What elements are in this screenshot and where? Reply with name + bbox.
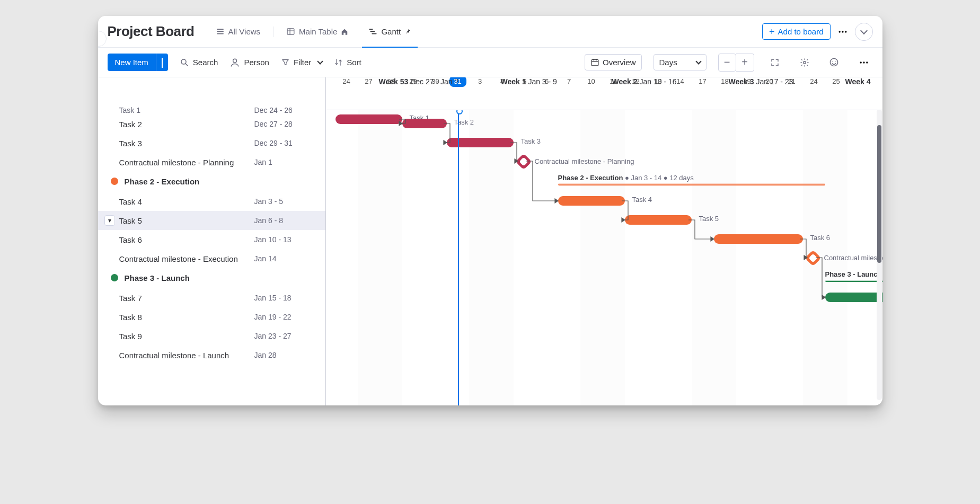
day-cell[interactable]: 6 [536, 77, 558, 85]
task-row[interactable]: Task 8Jan 19 - 22 [98, 307, 325, 326]
search-label: Search [193, 58, 218, 67]
phase-header-bar[interactable]: Phase 2 - Execution ● Jan 3 - 14 ● 12 da… [558, 183, 825, 185]
group-color-bullet [111, 178, 118, 185]
dots-icon [859, 57, 869, 68]
bar-label: Task 5 [699, 215, 719, 223]
row-date: Jan 3 - 5 [254, 197, 318, 206]
search-button[interactable]: Search [180, 58, 218, 67]
day-cell[interactable]: 18 [714, 77, 736, 85]
task-bar[interactable]: Task 4 [558, 196, 625, 206]
scroll-thumb[interactable] [877, 125, 881, 263]
settings-button[interactable] [796, 54, 814, 72]
day-cell[interactable]: 27 [358, 77, 380, 85]
day-cell[interactable]: 13 [647, 77, 669, 85]
task-row[interactable]: Task 7Jan 15 - 18 [98, 288, 325, 307]
more-options-button[interactable] [855, 54, 873, 72]
person-label: Person [244, 58, 269, 67]
day-cell[interactable]: 17 [692, 77, 714, 85]
day-cell[interactable]: 4 [491, 77, 514, 85]
group-row[interactable]: Phase 3 - Launch [98, 268, 325, 287]
task-row[interactable]: Contractual milestone - LaunchJan 28 [98, 346, 325, 365]
row-name: Phase 3 - Launch [125, 273, 318, 282]
day-cell[interactable]: 14 [669, 77, 692, 85]
day-cell[interactable]: 29 [402, 77, 425, 85]
row-name: Contractual milestone - Planning [119, 158, 254, 167]
row-date: Dec 24 - 26 [254, 106, 318, 114]
timescale-select[interactable]: Days [654, 54, 707, 70]
all-views-tab[interactable]: All Views [207, 16, 269, 47]
day-cell[interactable]: 24 [336, 77, 358, 85]
main-table-label: Main Table [299, 27, 337, 36]
milestone[interactable] [805, 250, 821, 266]
task-bar[interactable]: Task 3 [447, 138, 514, 147]
day-cell[interactable]: 25 [825, 77, 847, 85]
day-cell[interactable]: 3 [469, 77, 491, 85]
day-cell[interactable]: 7 [558, 77, 580, 85]
today-marker [458, 93, 459, 405]
day-cell[interactable]: 10 [580, 77, 603, 85]
overview-select[interactable]: Overview [585, 54, 642, 70]
new-item-button[interactable]: New Item [108, 54, 168, 71]
task-row[interactable]: Contractual milestone - ExecutionJan 14 [98, 249, 325, 268]
gantt-icon [368, 27, 377, 36]
task-bar[interactable]: Task 5 [625, 215, 692, 225]
bar-label: Task 6 [810, 234, 831, 242]
board-toolbar: New Item Search Person Filter Sort Overv… [98, 48, 882, 77]
group-color-bullet [111, 274, 118, 281]
task-bar[interactable]: Task 7 [825, 293, 882, 302]
day-cell[interactable]: 24 [803, 77, 825, 85]
gantt-area: Task 1Dec 24 - 26Task 2Dec 27 - 28Task 3… [98, 77, 882, 405]
task-row[interactable]: Contractual milestone - PlanningJan 1 [98, 153, 325, 172]
collapse-header-button[interactable] [855, 23, 873, 41]
gantt-chart[interactable]: ec 26Week 53 Dec 27 - Jan 2Week 1 Jan 3 … [326, 77, 882, 405]
task-row[interactable]: Task 6Jan 10 - 13 [98, 230, 325, 249]
vertical-scrollbar[interactable] [877, 109, 882, 400]
phase-header-bar[interactable]: Phase 3 - Launch ● Jan 15 - 28 ● 14 days [825, 280, 882, 282]
task-row[interactable]: Task 9Jan 23 - 27 [98, 326, 325, 346]
day-cell[interactable]: 12 [625, 77, 647, 85]
row-date: Jan 14 [254, 254, 318, 263]
zoom-out-button[interactable]: − [718, 54, 736, 72]
new-item-split[interactable] [156, 54, 168, 71]
day-cell[interactable]: 11 [603, 77, 625, 85]
day-cell[interactable]: 5 [514, 77, 536, 85]
bar-label: Task 3 [521, 137, 541, 145]
filter-button[interactable]: Filter [281, 58, 322, 67]
task-row[interactable]: Task 1Dec 24 - 26 [98, 105, 325, 114]
sort-button[interactable]: Sort [334, 58, 361, 67]
task-row[interactable]: Task 3Dec 29 - 31 [98, 134, 325, 153]
bar-label: Task 4 [632, 196, 652, 204]
task-row[interactable]: Task 2Dec 27 - 28 [98, 114, 325, 134]
day-cell[interactable]: 31 [447, 77, 469, 85]
fullscreen-button[interactable] [766, 54, 784, 72]
board-title[interactable]: Project Board [108, 23, 195, 40]
svg-point-9 [832, 61, 833, 62]
day-cell[interactable]: 3 [326, 77, 336, 85]
zoom-in-button[interactable]: + [736, 54, 754, 72]
bar-label: Phase 3 - Launch ● Jan 15 - 28 ● 14 days [825, 270, 882, 278]
day-cell[interactable]: 30 [425, 77, 447, 85]
day-cell[interactable]: 28 [380, 77, 402, 85]
person-filter-button[interactable]: Person [229, 57, 269, 68]
feedback-button[interactable] [825, 54, 843, 72]
day-cell[interactable]: 19 [736, 77, 758, 85]
task-row[interactable]: Task 5Jan 6 - 8 [98, 211, 325, 230]
timescale-label: Days [659, 58, 677, 67]
task-bar[interactable]: Task 6 [714, 234, 803, 244]
group-row[interactable]: Phase 2 - Execution [98, 172, 325, 191]
main-table-tab[interactable]: Main Table [278, 16, 357, 47]
task-bar[interactable]: Task 2 [402, 119, 447, 128]
more-menu-button[interactable] [834, 23, 852, 41]
gantt-tab[interactable]: Gantt [360, 16, 420, 47]
day-cell[interactable]: 21 [781, 77, 803, 85]
task-bar[interactable]: Task 1 [336, 114, 402, 124]
task-row[interactable]: Task 4Jan 3 - 5 [98, 192, 325, 211]
svg-point-8 [830, 58, 837, 66]
chevron-down-icon [317, 58, 323, 64]
list-icon [216, 27, 225, 36]
expand-icon [770, 58, 780, 67]
day-cell[interactable]: 20 [758, 77, 781, 85]
milestone[interactable] [515, 153, 532, 170]
add-to-board-button[interactable]: + Add to board [762, 23, 830, 40]
task-list-panel[interactable]: Task 1Dec 24 - 26Task 2Dec 27 - 28Task 3… [98, 77, 326, 405]
